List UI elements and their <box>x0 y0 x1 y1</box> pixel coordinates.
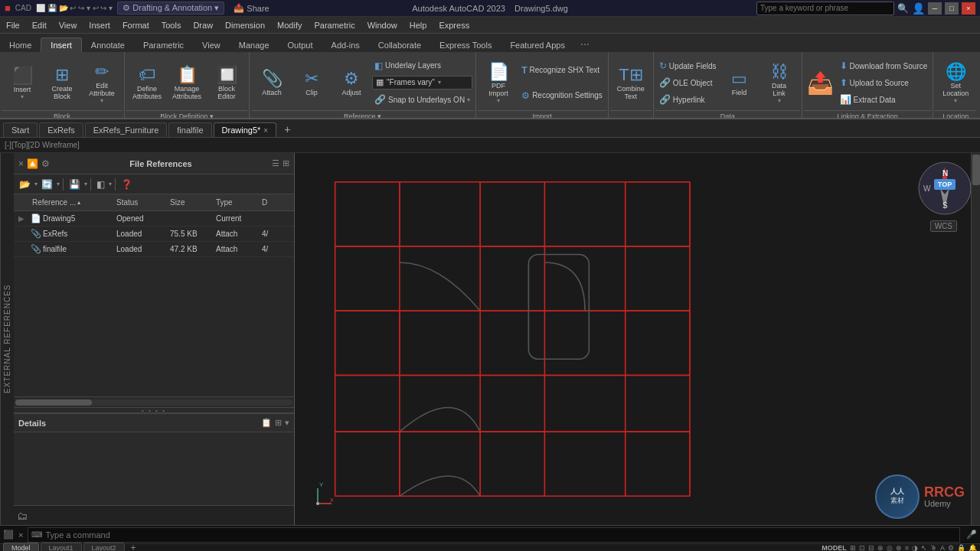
spacemouse-icon[interactable]: 🖱 <box>930 544 937 551</box>
download-source-button[interactable]: ⬇ Download from Source <box>838 60 930 72</box>
lock-icon[interactable]: 🔒 <box>957 544 965 551</box>
details-icon1[interactable]: 📋 <box>261 418 272 428</box>
annotation-scale[interactable]: A <box>940 544 945 551</box>
tab-addins[interactable]: Add-ins <box>322 38 369 52</box>
menu-help[interactable]: Help <box>403 17 433 34</box>
panel-tb-refresh[interactable]: 🔄 <box>39 178 55 191</box>
panel-collapse-icon[interactable]: 🔼 <box>27 158 38 169</box>
tab-annotate[interactable]: Annotate <box>82 38 134 52</box>
tab-parametric[interactable]: Parametric <box>134 38 193 52</box>
table-row[interactable]: 📎 ExRefs Loaded 75.5 KB Attach 4/ <box>14 227 294 242</box>
define-attributes-button[interactable]: 🏷 DefineAttributes <box>128 55 166 110</box>
panel-tb-arrow4[interactable]: ▾ <box>109 181 112 187</box>
menu-window[interactable]: Window <box>361 17 403 34</box>
add-layout-button[interactable]: + <box>126 542 141 551</box>
col-header-type[interactable]: Type <box>213 198 259 207</box>
snap-icon[interactable]: ⊡ <box>859 544 865 551</box>
pdf-import-button[interactable]: 📄 PDFImport ▾ <box>479 55 518 110</box>
menu-insert[interactable]: Insert <box>83 17 116 34</box>
upload-source-button[interactable]: ⬆ Upload to Source <box>838 77 930 89</box>
maximize-button[interactable]: □ <box>945 2 959 15</box>
menu-draw[interactable]: Draw <box>187 17 219 34</box>
scroll-track[interactable] <box>15 399 292 406</box>
grid-icon[interactable]: ⊞ <box>850 544 856 551</box>
menu-file[interactable]: File <box>0 17 26 34</box>
panel-tb-open[interactable]: 📂 <box>17 178 33 191</box>
col-header-status[interactable]: Status <box>113 198 167 207</box>
cmd-x-icon[interactable]: × <box>17 530 24 540</box>
frames-vary-selector[interactable]: ▦ "Frames vary" ▾ <box>372 76 472 90</box>
field-button[interactable]: ▭ Field <box>720 55 759 110</box>
menu-dimension[interactable]: Dimension <box>219 17 271 34</box>
details-icon2[interactable]: ⊞ <box>275 418 282 428</box>
tab-more[interactable]: ⋯ <box>574 37 596 52</box>
minimize-button[interactable]: ─ <box>928 2 942 15</box>
block-editor-button[interactable]: 🔲 BlockEditor <box>207 55 246 110</box>
doc-tab-drawing5[interactable]: Drawing5* × <box>214 122 277 137</box>
table-row[interactable]: 📎 finalfile Loaded 47.2 KB Attach 4/ <box>14 242 294 257</box>
vertical-scrollbar[interactable] <box>971 153 980 525</box>
scroll-thumb[interactable] <box>15 399 92 406</box>
panel-grid-icon[interactable]: ⊞ <box>283 158 289 168</box>
search-icon[interactable]: 🔍 <box>897 3 909 14</box>
hyperlink-button[interactable]: 🔗 Hyperlink <box>657 93 719 106</box>
close-button[interactable]: × <box>962 2 975 15</box>
panel-tb-layers[interactable]: ◧ <box>94 178 107 191</box>
doc-tab-exrefs-furniture[interactable]: ExRefs_Furniture <box>85 122 168 137</box>
cmd-options-icon[interactable]: ⬛ <box>0 530 17 540</box>
menu-view[interactable]: View <box>53 17 83 34</box>
horizontal-scrollbar[interactable] <box>14 396 294 407</box>
panel-tb-help[interactable]: ❓ <box>119 178 135 191</box>
panel-bottom-icon[interactable]: 🗂 <box>14 505 294 525</box>
panel-list-icon[interactable]: ☰ <box>272 158 279 168</box>
workspace-icon[interactable]: ⚙ <box>948 544 954 551</box>
adjust-button[interactable]: ⚙ Adjust <box>332 55 371 110</box>
edit-attribute-button[interactable]: ✏ EditAttribute ▾ <box>83 55 121 110</box>
notify-icon[interactable]: 🔔 <box>969 544 977 551</box>
panel-tb-arrow3[interactable]: ▾ <box>84 181 87 187</box>
osnap-icon[interactable]: ◎ <box>887 544 893 551</box>
ortho-icon[interactable]: ⊟ <box>868 544 874 551</box>
command-input[interactable] <box>45 530 956 540</box>
tab-manage[interactable]: Manage <box>230 38 279 52</box>
underlay-layers-button[interactable]: ◧ Underlay Layers <box>372 60 472 72</box>
attach-button[interactable]: 📎 Attach <box>253 55 291 110</box>
insert-button[interactable]: ⬛ Insert ▾ <box>3 55 41 110</box>
clip-button[interactable]: ✂ Clip <box>292 55 331 110</box>
tab-home[interactable]: Home <box>0 38 41 52</box>
tab-insert[interactable]: Insert <box>41 37 82 52</box>
details-icon3[interactable]: ▾ <box>285 418 289 428</box>
cmd-mic-icon[interactable]: 🎤 <box>963 530 980 540</box>
v-scroll-thumb[interactable] <box>972 155 980 185</box>
menu-modify[interactable]: Modify <box>271 17 308 34</box>
doc-tab-start[interactable]: Start <box>3 122 38 137</box>
menu-express[interactable]: Express <box>433 17 475 34</box>
table-row[interactable]: ▶ 📄 Drawing5 Opened Current <box>14 211 294 227</box>
layout1-tab[interactable]: Layout1 <box>41 543 82 551</box>
polar-icon[interactable]: ⊕ <box>877 544 884 551</box>
close-drawing5-icon[interactable]: × <box>263 126 268 135</box>
ole-object-button[interactable]: 🔗 OLE Object <box>657 77 719 89</box>
data-link-button[interactable]: ⛓ DataLink ▾ <box>760 55 799 110</box>
resize-handle[interactable]: • • • • <box>14 407 294 413</box>
col-header-date[interactable]: D <box>259 198 289 207</box>
otrack-icon[interactable]: ⊗ <box>896 544 902 551</box>
snap-underlays-button[interactable]: 🔗 Snap to Underlays ON ▾ <box>372 93 472 106</box>
panel-close-icon[interactable]: × <box>18 158 24 169</box>
lineweight-icon[interactable]: ≡ <box>905 544 909 551</box>
recognition-settings-button[interactable]: ⚙ Recognition Settings <box>519 90 605 102</box>
select-icon[interactable]: ↖ <box>921 544 927 551</box>
doc-tab-exrefs[interactable]: ExRefs <box>39 122 83 137</box>
menu-tools[interactable]: Tools <box>155 17 188 34</box>
search-input[interactable] <box>756 2 894 15</box>
share-button[interactable]: 📤 Share <box>229 2 273 14</box>
menu-edit[interactable]: Edit <box>26 17 53 34</box>
transparency-icon[interactable]: ◑ <box>912 544 918 551</box>
update-fields-button[interactable]: ↻ Update Fields <box>657 60 719 72</box>
tab-output[interactable]: Output <box>279 38 322 52</box>
tab-collaborate[interactable]: Collaborate <box>369 38 430 52</box>
col-header-ref[interactable]: Reference ... ▴ <box>29 198 113 207</box>
manage-attributes-button[interactable]: 📋 ManageAttributes <box>168 55 206 110</box>
tab-view[interactable]: View <box>193 38 230 52</box>
add-tab-button[interactable]: + <box>278 122 296 137</box>
